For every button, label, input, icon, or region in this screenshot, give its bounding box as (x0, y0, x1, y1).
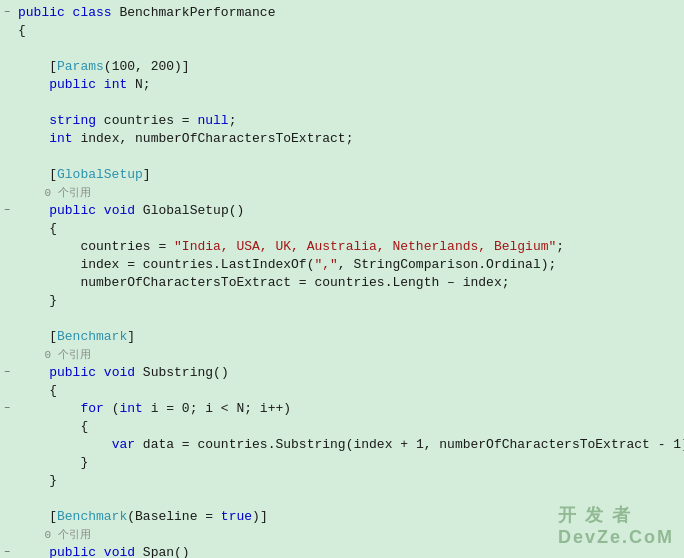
line-content-12: public void GlobalSetup() (14, 202, 244, 220)
line-content-13: { (14, 220, 57, 238)
line-content-19: [Benchmark] (14, 328, 135, 346)
ref-label-substring: 0 个引用 (18, 349, 91, 361)
line-content-3 (14, 40, 26, 58)
code-line-27: } (0, 472, 684, 490)
code-line-1: − public class BenchmarkPerformance (0, 4, 684, 22)
line-content-8: int index, numberOfCharactersToExtract; (14, 130, 353, 148)
line-content-17: } (14, 292, 57, 310)
kw-public-5: public (49, 77, 96, 92)
code-line-23: − for (int i = 0; i < N; i++) (0, 400, 684, 418)
attr-globalsetup: GlobalSetup (57, 167, 143, 182)
line-content-24: { (14, 418, 88, 436)
kw-public-31: public (49, 545, 96, 558)
collapse-icon-23[interactable]: − (4, 400, 10, 418)
line-content-23: for (int i = 0; i < N; i++) (14, 400, 291, 418)
code-line-4: [Params(100, 200)] (0, 58, 684, 76)
gutter-12: − (0, 202, 14, 220)
line-content-30: 0 个引用 (14, 526, 91, 544)
line-content-18 (14, 310, 26, 328)
kw-for-23: for (80, 401, 103, 416)
code-line-24: { (0, 418, 684, 436)
code-line-26: } (0, 454, 684, 472)
collapse-icon-1[interactable]: − (4, 4, 10, 22)
collapse-icon-21[interactable]: − (4, 364, 10, 382)
line-content-4: [Params(100, 200)] (14, 58, 190, 76)
class-name: BenchmarkPerformance (112, 5, 276, 20)
code-line-25: var data = countries.Substring(index + 1… (0, 436, 684, 454)
line-content-29: [Benchmark(Baseline = true)] (14, 508, 268, 526)
code-line-17: } (0, 292, 684, 310)
kw-public-21: public (49, 365, 96, 380)
line-content-9 (14, 148, 26, 166)
gutter-23: − (0, 400, 14, 418)
gutter-31: − (0, 544, 14, 558)
code-line-21: − public void Substring() (0, 364, 684, 382)
kw-void-12: void (104, 203, 135, 218)
code-line-5: public int N; (0, 76, 684, 94)
code-line-16: numberOfCharactersToExtract = countries.… (0, 274, 684, 292)
code-editor: − public class BenchmarkPerformance { [P… (0, 0, 684, 558)
line-content-25: var data = countries.Substring(index + 1… (14, 436, 684, 454)
line-content-31: public void Span() (14, 544, 190, 558)
collapse-icon-12[interactable]: − (4, 202, 10, 220)
kw-string-7: string (49, 113, 96, 128)
code-line-19: [Benchmark] (0, 328, 684, 346)
line-content-21: public void Substring() (14, 364, 229, 382)
code-line-7: string countries = null; (0, 112, 684, 130)
string-comma: "," (314, 257, 337, 272)
code-line-28 (0, 490, 684, 508)
line-content-15: index = countries.LastIndexOf(",", Strin… (14, 256, 556, 274)
line-content-1: public class BenchmarkPerformance (14, 4, 275, 22)
collapse-icon-31[interactable]: − (4, 544, 10, 558)
kw-void-21: void (104, 365, 135, 380)
gutter-1: − (0, 4, 14, 22)
gutter-21: − (0, 364, 14, 382)
line-content-22: { (14, 382, 57, 400)
code-line-2: { (0, 22, 684, 40)
line-content-27: } (14, 472, 57, 490)
line-content-5: public int N; (14, 76, 151, 94)
keyword-public-class: public class (18, 5, 112, 20)
line-content-20: 0 个引用 (14, 346, 91, 364)
attr-benchmark-baseline: Benchmark (57, 509, 127, 524)
kw-null-7: null (197, 113, 228, 128)
code-line-20: 0 个引用 (0, 346, 684, 364)
ref-label-globalsetup: 0 个引用 (18, 187, 91, 199)
code-line-10: [GlobalSetup] (0, 166, 684, 184)
line-content-14: countries = "India, USA, UK, Australia, … (14, 238, 564, 256)
code-line-14: countries = "India, USA, UK, Australia, … (0, 238, 684, 256)
line-content-10: [GlobalSetup] (14, 166, 151, 184)
line-content-11: 0 个引用 (14, 184, 91, 202)
code-line-3 (0, 40, 684, 58)
code-line-31: − public void Span() (0, 544, 684, 558)
code-line-9 (0, 148, 684, 166)
code-line-29: [Benchmark(Baseline = true)] (0, 508, 684, 526)
code-line-8: int index, numberOfCharactersToExtract; (0, 130, 684, 148)
kw-int-8: int (49, 131, 72, 146)
string-countries: "India, USA, UK, Australia, Netherlands,… (174, 239, 556, 254)
code-line-6 (0, 94, 684, 112)
attr-benchmark: Benchmark (57, 329, 127, 344)
code-line-22: { (0, 382, 684, 400)
attr-params: Params (57, 59, 104, 74)
line-content-16: numberOfCharactersToExtract = countries.… (14, 274, 509, 292)
kw-public-12: public (49, 203, 96, 218)
code-line-12: − public void GlobalSetup() (0, 202, 684, 220)
code-line-15: index = countries.LastIndexOf(",", Strin… (0, 256, 684, 274)
kw-true-29: true (221, 509, 252, 524)
kw-int-23: int (119, 401, 142, 416)
kw-int-5: int (104, 77, 127, 92)
kw-var-25: var (112, 437, 135, 452)
kw-void-31: void (104, 545, 135, 558)
line-content-6 (14, 94, 26, 112)
line-content-2: { (14, 22, 26, 40)
code-line-13: { (0, 220, 684, 238)
line-content-28 (14, 490, 26, 508)
line-content-7: string countries = null; (14, 112, 236, 130)
ref-label-span: 0 个引用 (18, 529, 91, 541)
code-line-11: 0 个引用 (0, 184, 684, 202)
code-line-30: 0 个引用 (0, 526, 684, 544)
code-line-18 (0, 310, 684, 328)
line-content-26: } (14, 454, 88, 472)
